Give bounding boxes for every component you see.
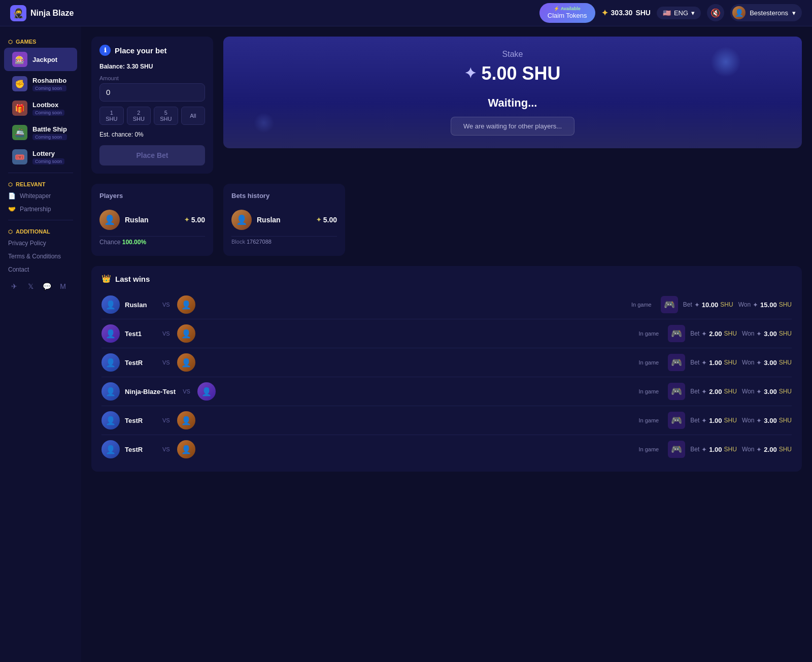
stake-value: 5.00 xyxy=(481,63,517,84)
user-menu-button[interactable]: 👤 Bestesterons ▾ xyxy=(730,4,802,21)
quick-bet-2shu[interactable]: 2 SHU xyxy=(127,107,151,125)
place-bet-button[interactable]: Place Bet xyxy=(99,145,205,165)
quick-bet-5shu[interactable]: 5 SHU xyxy=(154,107,178,125)
sidebar-item-partnership[interactable]: 🤝 Partnership xyxy=(0,203,81,216)
quick-bet-all[interactable]: All xyxy=(181,107,206,125)
sidebar-item-roshambo[interactable]: ✊ Roshambo Coming soon xyxy=(4,72,77,95)
bet-panel-title: ℹ Place your bet xyxy=(99,45,205,56)
win-name-1: Test1 xyxy=(125,330,155,338)
partnership-icon: 🤝 xyxy=(8,206,16,213)
bet-history-name: Ruslan xyxy=(257,216,311,224)
win-row-5: 👤 TestR VS 👤 In game 🎮 Bet ✦ 1.00 SHU Wo… xyxy=(101,435,792,464)
lootbox-label: Lootbox xyxy=(32,101,64,109)
lootbox-coming-soon: Coming soon xyxy=(32,110,64,116)
vs-text-3: VS xyxy=(183,388,190,394)
amount-input[interactable] xyxy=(106,88,198,96)
middle-row: Players 👤 Ruslan ✦ 5.00 Chance 100.00% B… xyxy=(91,184,802,256)
win-avatar-player1-1: 👤 xyxy=(101,324,120,343)
lootbox-info: Lootbox Coming soon xyxy=(32,101,64,116)
last-wins-title: 👑 Last wins xyxy=(101,274,792,283)
win-row-3: 👤 Ninja-Blaze-Test VS 👤 In game 🎮 Bet ✦ … xyxy=(101,377,792,406)
bet-panel: ℹ Place your bet Balance: 3.30 SHU Amoun… xyxy=(91,37,213,174)
balance-label: Balance: xyxy=(99,63,125,70)
bet-info-0: Bet ✦ 10.00 SHU xyxy=(683,301,733,309)
balance-unit-label: SHU xyxy=(140,63,153,70)
sidebar-item-lottery[interactable]: 🎟️ Lottery Coming soon xyxy=(4,145,77,169)
stake-amount: ✦ 5.00 SHU xyxy=(464,63,560,84)
battleship-coming-soon: Coming soon xyxy=(32,134,67,140)
roshambo-icon: ✊ xyxy=(12,76,27,91)
sidebar: Games 🎰 Jackpot ✊ Roshambo Coming soon 🎁… xyxy=(0,26,81,662)
won-info-1: Won ✦ 3.00 SHU xyxy=(742,330,792,338)
game-icon-1: 🎮 xyxy=(668,325,685,342)
chance-value: 100.00% xyxy=(122,239,146,246)
header: 🥷 Ninja Blaze ⚡ Available Claim Tokens ✦… xyxy=(0,0,812,26)
trophy-icon: 👑 xyxy=(101,274,111,283)
sidebar-item-terms[interactable]: Terms & Conditions xyxy=(0,250,81,263)
top-row: ℹ Place your bet Balance: 3.30 SHU Amoun… xyxy=(91,37,802,174)
user-avatar: 👤 xyxy=(732,6,746,19)
twitter-icon[interactable]: 𝕏 xyxy=(24,280,37,292)
won-info-0: Won ✦ 15.00 SHU xyxy=(738,301,792,309)
win-row-0: 👤 Ruslan VS 👤 In game 🎮 Bet ✦ 10.00 SHU … xyxy=(101,290,792,319)
bet-star-icon: ✦ xyxy=(184,216,189,223)
sidebar-item-whitepaper[interactable]: 📄 Whitepaper xyxy=(0,189,81,203)
medium-icon[interactable]: M xyxy=(57,280,69,292)
waiting-message: We are waiting for other players... xyxy=(451,117,574,136)
claim-tokens-button[interactable]: ⚡ Available Claim Tokens xyxy=(539,3,595,22)
notification-button[interactable]: 🔇 xyxy=(707,4,724,21)
block-value: 17627088 xyxy=(247,239,272,245)
balance-display: Balance: 3.30 SHU xyxy=(99,63,205,70)
game-icon-5: 🎮 xyxy=(668,441,685,458)
bet-history-amount: ✦ 5.00 xyxy=(316,216,337,224)
logo-icon: 🥷 xyxy=(10,5,26,21)
vs-text-1: VS xyxy=(162,330,170,337)
bet-info-2: Bet ✦ 1.00 SHU xyxy=(690,359,737,367)
won-info-2: Won ✦ 3.00 SHU xyxy=(742,359,792,367)
sidebar-relevant-label: Relevant xyxy=(0,177,81,189)
win-avatar-player2-1: 👤 xyxy=(177,324,195,343)
vs-text-0: VS xyxy=(162,302,170,308)
roshambo-label: Roshambo xyxy=(32,77,66,84)
in-game-3: In game xyxy=(221,388,663,394)
logo-title: Ninja Blaze xyxy=(30,9,74,18)
sidebar-item-battleship[interactable]: 🚢 Battle Ship Coming soon xyxy=(4,121,77,144)
win-name-0: Ruslan xyxy=(125,301,155,309)
est-chance: Est. chance: 0% xyxy=(99,131,205,138)
win-avatar-player1-2: 👤 xyxy=(101,353,120,372)
sidebar-item-privacy[interactable]: Privacy Policy xyxy=(0,237,81,250)
main-content: ℹ Place your bet Balance: 3.30 SHU Amoun… xyxy=(81,26,812,662)
token-balance: ✦ 303.30 SHU xyxy=(601,8,651,18)
logo: 🥷 Ninja Blaze xyxy=(10,5,74,21)
bet-amount: 5.00 xyxy=(191,216,205,224)
language-button[interactable]: 🇺🇸 ENG ▾ xyxy=(657,7,701,19)
stake-label: Stake xyxy=(502,50,523,59)
telegram-icon[interactable]: ✈ xyxy=(8,280,20,292)
vs-text-4: VS xyxy=(162,417,170,423)
sidebar-item-jackpot[interactable]: 🎰 Jackpot xyxy=(4,48,77,71)
jackpot-info: Jackpot xyxy=(32,56,57,63)
bet-history-row: 👤 Ruslan ✦ 5.00 xyxy=(231,206,337,234)
win-avatar-player2-2: 👤 xyxy=(177,353,195,372)
in-game-1: In game xyxy=(200,330,663,337)
stake-star-icon: ✦ xyxy=(464,65,476,82)
contact-label: Contact xyxy=(8,266,29,273)
win-avatar-player2-0: 👤 xyxy=(177,295,195,314)
history-bet-value: 5.00 xyxy=(323,216,337,224)
player-name-ruslan: Ruslan xyxy=(125,216,179,224)
discord-icon[interactable]: 💬 xyxy=(41,280,53,292)
user-name: Bestesterons xyxy=(750,9,788,17)
chance-row: Chance 100.00% xyxy=(99,236,205,248)
win-avatar-player1-0: 👤 xyxy=(101,295,120,314)
stake-panel: Stake ✦ 5.00 SHU Waiting... We are waiti… xyxy=(223,37,802,148)
bet-info-5: Bet ✦ 1.00 SHU xyxy=(690,446,737,453)
partnership-label: Partnership xyxy=(20,206,51,213)
privacy-label: Privacy Policy xyxy=(8,240,46,247)
quick-bet-1shu[interactable]: 1 SHU xyxy=(99,107,124,125)
battleship-info: Battle Ship Coming soon xyxy=(32,125,67,140)
amount-label: Amount xyxy=(99,75,205,81)
sidebar-item-lootbox[interactable]: 🎁 Lootbox Coming soon xyxy=(4,96,77,120)
game-icon-4: 🎮 xyxy=(668,412,685,429)
balance-amount: 3.30 xyxy=(126,63,138,70)
sidebar-item-contact[interactable]: Contact xyxy=(0,263,81,276)
